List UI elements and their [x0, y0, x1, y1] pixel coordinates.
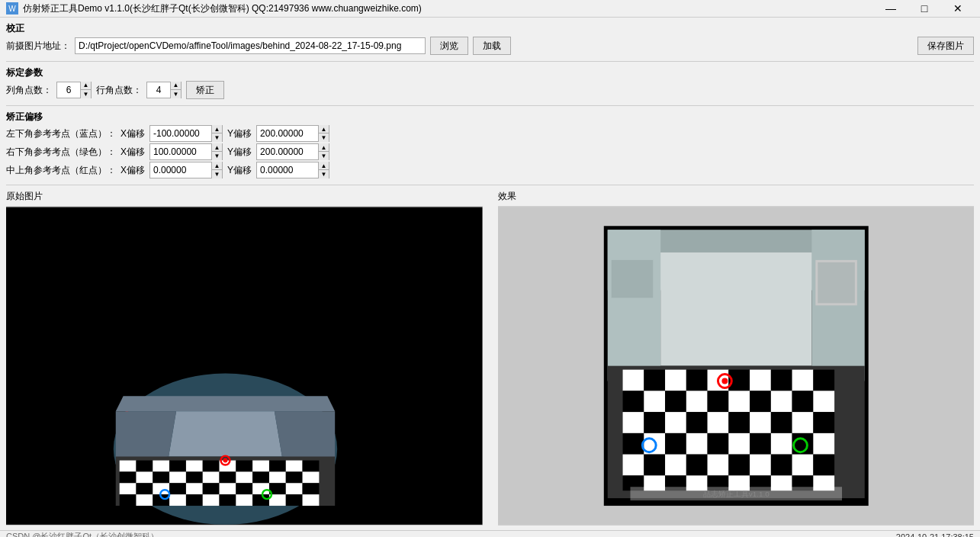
svg-rect-98 — [792, 412, 813, 433]
svg-rect-54 — [286, 494, 303, 506]
bl-label: 左下角参考考点（蓝点）： — [6, 127, 116, 140]
svg-rect-109 — [813, 433, 834, 455]
svg-rect-51 — [236, 494, 252, 506]
col-spinner[interactable]: ▲ ▼ — [56, 82, 92, 98]
file-path-input[interactable] — [75, 37, 426, 54]
row-down-btn[interactable]: ▼ — [170, 90, 181, 98]
tc-y-up-btn[interactable]: ▲ — [318, 162, 329, 170]
row-up-btn[interactable]: ▲ — [170, 82, 181, 90]
br-y-down-btn[interactable]: ▼ — [318, 152, 329, 160]
svg-rect-91 — [644, 412, 665, 433]
calibration-header: 校正 — [6, 22, 974, 35]
tc-y-down-btn[interactable]: ▼ — [318, 170, 329, 178]
br-y-spinner[interactable]: ▲ ▼ — [256, 143, 329, 160]
svg-rect-55 — [303, 494, 320, 506]
svg-rect-111 — [644, 455, 665, 476]
calibration-section: 校正 前摄图片地址： 浏览 加载 保存图片 — [6, 22, 974, 56]
divider-2 — [6, 105, 974, 106]
bl-y-input[interactable] — [257, 126, 318, 141]
svg-rect-42 — [286, 483, 303, 494]
bl-y-down-btn[interactable]: ▼ — [318, 133, 329, 142]
tc-x-up-btn[interactable]: ▲ — [211, 162, 222, 170]
maximize-button[interactable]: □ — [908, 0, 940, 17]
svg-rect-30 — [286, 471, 303, 483]
svg-rect-102 — [665, 433, 686, 455]
svg-rect-29 — [269, 471, 286, 483]
col-input[interactable] — [57, 82, 80, 98]
original-canvas — [6, 206, 483, 526]
svg-rect-82 — [665, 391, 686, 412]
svg-rect-107 — [770, 433, 792, 455]
svg-rect-28 — [252, 471, 269, 483]
save-button[interactable]: 保存图片 — [917, 37, 974, 55]
offset-br-row: 右下角参考考点（绿色）： X偏移 ▲ ▼ Y偏移 ▲ ▼ — [6, 143, 974, 160]
svg-rect-38 — [220, 483, 236, 494]
bl-x-input[interactable] — [150, 126, 211, 141]
svg-rect-95 — [728, 412, 750, 433]
svg-rect-12 — [186, 461, 203, 472]
bl-x-down-btn[interactable]: ▼ — [211, 133, 222, 142]
svg-rect-49 — [203, 494, 220, 506]
svg-marker-4 — [169, 411, 282, 456]
load-button[interactable]: 加载 — [473, 37, 511, 55]
br-x-up-btn[interactable]: ▲ — [211, 143, 222, 152]
svg-rect-104 — [707, 433, 728, 455]
title-bar-text: 仿射矫正工具Demo v1.1.0(长沙红胖子Qt(长沙创微智科) QQ:214… — [23, 2, 875, 15]
svg-rect-67 — [818, 262, 855, 304]
bl-y-up-btn[interactable]: ▲ — [318, 125, 329, 133]
original-panel: 原始图片 — [6, 190, 483, 526]
svg-rect-33 — [136, 483, 153, 494]
svg-rect-117 — [770, 455, 792, 476]
result-canvas: 品志矫正工具v1.1.0 — [498, 206, 975, 526]
row-spinner[interactable]: ▲ ▼ — [146, 82, 182, 98]
original-label: 原始图片 — [6, 190, 483, 203]
br-x-spinner[interactable]: ▲ ▼ — [149, 143, 223, 160]
svg-rect-68 — [611, 260, 653, 298]
tc-y-spinner-btns: ▲ ▼ — [318, 162, 329, 178]
row-input[interactable] — [147, 82, 170, 98]
file-row: 前摄图片地址： 浏览 加载 保存图片 — [6, 37, 974, 55]
br-x-down-btn[interactable]: ▼ — [211, 152, 222, 160]
tc-x-label: X偏移 — [120, 164, 145, 177]
br-x-spinner-btns: ▲ ▼ — [211, 143, 222, 160]
tc-y-spinner[interactable]: ▲ ▼ — [256, 162, 329, 178]
br-y-label: Y偏移 — [227, 146, 252, 159]
tc-y-input[interactable] — [257, 162, 318, 178]
bl-x-spinner[interactable]: ▲ ▼ — [149, 125, 223, 142]
svg-rect-44 — [120, 494, 137, 506]
original-svg — [6, 206, 483, 526]
title-bar: W 仿射矫正工具Demo v1.1.0(长沙红胖子Qt(长沙创微智科) QQ:2… — [0, 0, 980, 18]
br-x-input[interactable] — [150, 144, 211, 159]
bl-y-spinner[interactable]: ▲ ▼ — [256, 125, 329, 142]
svg-rect-48 — [186, 494, 203, 506]
tc-x-down-btn[interactable]: ▼ — [211, 170, 222, 178]
svg-rect-76 — [750, 370, 771, 391]
main-content: 校正 前摄图片地址： 浏览 加载 保存图片 标定参数 列角点数： ▲ ▼ 行角点… — [0, 18, 980, 530]
br-y-up-btn[interactable]: ▲ — [318, 143, 329, 152]
svg-marker-6 — [275, 411, 335, 464]
close-button[interactable]: ✕ — [942, 0, 974, 17]
window-controls: — □ ✕ — [875, 0, 974, 17]
correct-button[interactable]: 矫正 — [186, 81, 224, 99]
status-time: 2024-10-21 17:38:15 — [896, 532, 974, 537]
col-down-btn[interactable]: ▼ — [80, 90, 91, 98]
bl-x-spinner-btns: ▲ ▼ — [211, 125, 222, 142]
svg-rect-78 — [792, 370, 813, 391]
params-header: 标定参数 — [6, 66, 974, 79]
br-y-input[interactable] — [257, 144, 318, 159]
svg-rect-63 — [607, 230, 660, 381]
col-up-btn[interactable]: ▲ — [80, 82, 91, 90]
svg-rect-103 — [686, 433, 707, 455]
tc-x-input[interactable] — [150, 162, 211, 178]
images-area: 原始图片 — [6, 190, 974, 526]
svg-rect-83 — [686, 391, 707, 412]
browse-button[interactable]: 浏览 — [430, 37, 468, 55]
tc-x-spinner[interactable]: ▲ ▼ — [149, 162, 223, 178]
minimize-button[interactable]: — — [875, 0, 907, 17]
svg-rect-13 — [203, 461, 220, 472]
svg-rect-80 — [622, 391, 644, 412]
svg-rect-50 — [220, 494, 236, 506]
bl-x-up-btn[interactable]: ▲ — [211, 125, 222, 133]
svg-rect-32 — [120, 483, 137, 494]
divider-1 — [6, 61, 974, 62]
